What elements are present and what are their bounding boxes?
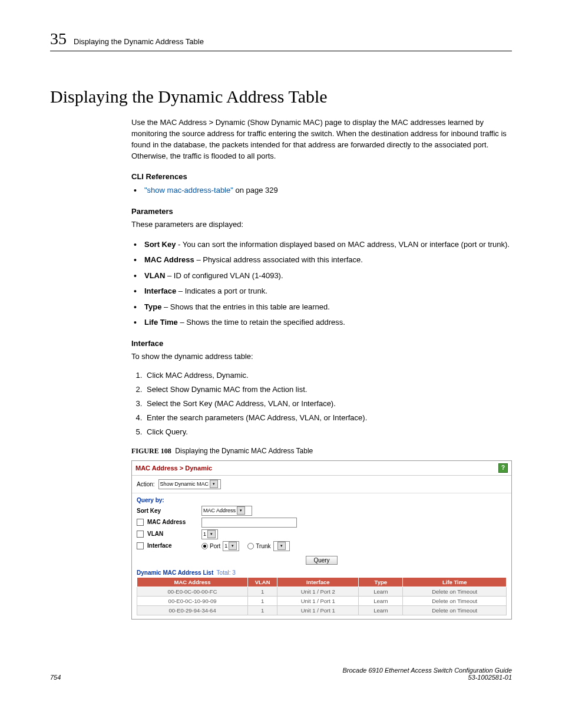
port-dropdown[interactable]: 1▾ [223, 541, 239, 551]
figure-caption: FIGURE 108 Displaying the Dynamic MAC Ad… [131, 447, 512, 456]
total-value: 3 [232, 569, 236, 576]
sort-key-label: Sort Key [137, 508, 201, 514]
query-by-label: Query by: [137, 497, 507, 503]
help-icon[interactable]: ? [498, 463, 508, 473]
cli-reference-link[interactable]: "show mac-address-table" [144, 186, 233, 195]
param-item: Interface – Indicates a port or trunk. [131, 285, 512, 297]
intro-paragraph: Use the MAC Address > Dynamic (Show Dyna… [131, 117, 512, 162]
param-item: Type – Shows that the entries in this ta… [131, 301, 512, 313]
total-label: Total: [217, 569, 231, 576]
step-item: Enter the search parameters (MAC Address… [144, 413, 512, 422]
interface-checkbox[interactable] [137, 542, 144, 549]
port-radio[interactable] [201, 543, 208, 549]
chevron-down-icon: ▾ [277, 542, 286, 550]
col-lifetime: Life Time [403, 577, 507, 587]
parameters-list: Sort Key - You can sort the information … [131, 239, 512, 328]
steps-list: Click MAC Address, Dynamic. Select Show … [131, 371, 512, 436]
parameters-heading: Parameters [131, 207, 512, 216]
page-title: Displaying the Dynamic Address Table [50, 87, 512, 107]
mac-table: MAC Address VLAN Interface Type Life Tim… [137, 577, 507, 615]
step-item: Click MAC Address, Dynamic. [144, 371, 512, 380]
cli-references-list: "show mac-address-table" on page 329 [131, 185, 512, 196]
col-vlan: VLAN [248, 577, 277, 587]
trunk-dropdown[interactable]: ▾ [273, 541, 290, 551]
footer-docnum: 53-1002581-01 [468, 674, 512, 681]
vlan-dropdown[interactable]: 1▾ [201, 529, 218, 539]
page-footer: 754 Brocade 6910 Ethernet Access Switch … [50, 667, 512, 681]
list-title: Dynamic MAC Address List [137, 569, 213, 576]
step-item: Select Show Dynamic MAC from the Action … [144, 385, 512, 394]
table-row: 00-E0-0C-10-90-091Unit 1 / Port 1LearnDe… [137, 596, 507, 605]
action-row: Action: Show Dynamic MAC▾ [137, 479, 507, 489]
step-item: Select the Sort Key (MAC Address, VLAN, … [144, 399, 512, 408]
table-row: 00-E0-0C-00-00-FC1Unit 1 / Port 2LearnDe… [137, 587, 507, 596]
page-number: 754 [50, 674, 61, 681]
screenshot-titlebar: MAC Address > Dynamic ? [132, 461, 511, 476]
param-item: Life Time – Shows the time to retain the… [131, 317, 512, 328]
trunk-label: Trunk [256, 543, 270, 549]
action-dropdown[interactable]: Show Dynamic MAC▾ [158, 479, 221, 489]
step-item: Click Query. [144, 427, 512, 436]
table-header-row: MAC Address VLAN Interface Type Life Tim… [137, 577, 507, 587]
interface-heading: Interface [131, 339, 512, 348]
chevron-down-icon: ▾ [207, 530, 216, 538]
cli-reference-suffix: on page 329 [233, 186, 278, 195]
col-interface: Interface [277, 577, 359, 587]
vlan-label: VLAN [147, 531, 163, 537]
parameters-intro: These parameters are displayed: [131, 219, 512, 230]
vlan-checkbox[interactable] [137, 531, 144, 538]
cli-references-heading: CLI References [131, 172, 512, 181]
chevron-down-icon: ▾ [210, 480, 218, 488]
param-item: VLAN – ID of configured VLAN (1-4093). [131, 270, 512, 282]
col-type: Type [359, 577, 403, 587]
chapter-number: 35 [50, 29, 67, 48]
running-header: 35 Displaying the Dynamic Address Table [50, 29, 512, 51]
action-label: Action: [137, 481, 155, 487]
breadcrumb: MAC Address > Dynamic [135, 465, 212, 472]
param-item: MAC Address – Physical address associate… [131, 254, 512, 266]
param-item: Sort Key - You can sort the information … [131, 239, 512, 251]
trunk-radio[interactable] [247, 543, 254, 549]
footer-title: Brocade 6910 Ethernet Access Switch Conf… [342, 667, 512, 674]
mac-label: MAC Address [147, 519, 186, 525]
screenshot-panel: MAC Address > Dynamic ? Action: Show Dyn… [131, 460, 512, 620]
chapter-title: Displaying the Dynamic Address Table [74, 37, 204, 46]
interface-label: Interface [147, 542, 172, 549]
chevron-down-icon: ▾ [237, 506, 245, 515]
interface-intro: To show the dynamic address table: [131, 351, 512, 363]
chevron-down-icon: ▾ [229, 542, 237, 550]
mac-checkbox[interactable] [137, 519, 144, 526]
table-row: 00-E0-29-94-34-641Unit 1 / Port 1LearnDe… [137, 605, 507, 615]
cli-reference-item: "show mac-address-table" on page 329 [131, 185, 512, 196]
query-button[interactable]: Query [306, 556, 337, 565]
port-label: Port [210, 543, 220, 549]
col-mac: MAC Address [137, 577, 248, 587]
sort-key-dropdown[interactable]: MAC Address▾ [201, 506, 252, 516]
mac-input[interactable] [201, 518, 297, 528]
